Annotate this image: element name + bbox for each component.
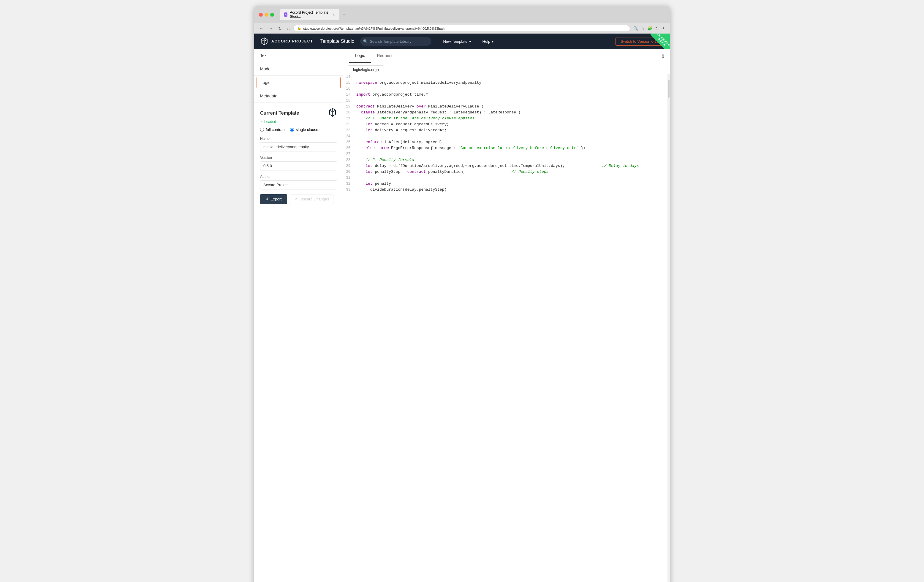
single-clause-option[interactable]: single clause [290,127,318,132]
tab-request[interactable]: Request [371,49,398,63]
line-number: 20 [343,110,355,115]
check-icon: ✓ [260,120,263,124]
app-title: Template Studio [320,39,355,44]
code-line-14: 14 [343,74,670,80]
more-icon[interactable]: ⋮ [661,25,666,31]
line-number: 24 [343,134,355,139]
line-number: 27 [343,151,355,157]
address-bar[interactable]: 🔒 studio.accordproject.org/?template=ap%… [293,25,630,32]
line-content [355,74,670,80]
name-field-group: Name [260,137,337,152]
author-input[interactable] [260,180,337,190]
lock-icon: 🔒 [297,26,301,30]
search-icon: 🔍 [363,39,368,44]
line-content: namespace org.accordproject.minilatedeli… [355,80,670,86]
line-number: 17 [343,92,355,98]
brand-name: ACCORD PROJECT [271,39,313,43]
version-label: Version [260,156,337,160]
export-label: Export [271,197,282,201]
line-content: clause latedeliveryandpenalty(request : … [355,110,670,115]
brand-link[interactable]: ACCORD PROJECT [260,37,313,45]
code-line-16: 16 [343,86,670,92]
line-content [355,151,670,157]
tab-close-icon[interactable]: ✕ [333,13,335,16]
line-content: let delay = diffDurationAs(delivery,agre… [355,163,670,169]
line-number: 23 [343,127,355,134]
code-line-30: 30 let penaltyStep = contract.penaltyDur… [343,169,670,175]
brand-logo-icon [260,37,268,45]
line-content [355,134,670,139]
template-logo-icon [328,108,337,119]
line-number: 28 [343,157,355,163]
code-line-22: 22 let agreed = request.agreedDelivery; [343,122,670,127]
help-dropdown-icon: ▾ [492,39,494,44]
reload-button[interactable]: ↻ [277,25,283,32]
editor-tab-list: Logic Request [349,49,398,63]
code-line-32: 32 let penalty = [343,181,670,187]
sync-icon[interactable]: ↻ [654,25,660,31]
minimize-button[interactable] [264,13,268,16]
action-buttons: ⬇ Export ↺ Discard Changes [260,194,337,204]
version-input[interactable] [260,161,337,170]
file-tab-logic-ergo[interactable]: logic/logic.ergo [348,65,384,74]
discard-label: Discard Changes [300,197,329,201]
close-button[interactable] [259,13,263,16]
line-number: 26 [343,145,355,151]
code-line-23: 23 let delivery = request.deliveredAt; [343,127,670,134]
nav-button-group: New Template ▾ Help ▾ [439,37,498,46]
sidebar-item-logic[interactable]: Logic [257,77,341,88]
sidebar-item-text[interactable]: Text [254,49,343,63]
line-content [355,86,670,92]
nav-actions: 🔍 ☆ 🧩 ↻ ⋮ [632,25,666,31]
scrollbar-thumb[interactable] [668,80,670,98]
line-number: 29 [343,163,355,169]
line-number: 30 [343,169,355,175]
zoom-icon[interactable]: 🔍 [632,25,639,31]
code-editor[interactable]: 14 15 namespace org.accordproject.minila… [343,74,670,193]
url-display: studio.accordproject.org/?template=ap%3A… [303,27,445,30]
current-template-panel: Current Template ✓ Loaded [254,103,343,582]
single-clause-radio[interactable] [290,128,294,132]
scrollbar-track[interactable] [667,74,670,582]
bookmark-icon[interactable]: ☆ [640,25,645,31]
line-content: divideDuration(delay,penaltyStep) [355,187,670,193]
line-content: enforce isAfter(delivery, agreed) [355,139,670,145]
sidebar-item-metadata[interactable]: Metadata [254,89,343,103]
home-button[interactable]: ⌂ [285,25,291,32]
full-contract-radio[interactable] [260,128,264,132]
browser-tab-active[interactable]: A Accord Project Template Studi... ✕ [280,9,339,20]
new-template-button[interactable]: New Template ▾ [439,37,475,46]
tab-logic[interactable]: Logic [349,49,371,63]
line-number: 32 [343,181,355,187]
discard-button[interactable]: ↺ Discard Changes [290,194,334,204]
export-button[interactable]: ⬇ Export [260,194,287,204]
help-button[interactable]: Help ▾ [478,37,498,46]
code-line-28: 28 // 2. Penalty formula [343,157,670,163]
line-content: let penalty = [355,181,670,187]
full-contract-option[interactable]: full contract [260,127,285,132]
maximize-button[interactable] [270,13,274,16]
main-content: Text Model Logic Metadata Current Templa… [254,49,670,582]
editor-area: Logic Request ℹ logic/logic.ergo [343,49,670,582]
file-tab-bar: logic/logic.ergo [343,63,670,74]
extensions-icon[interactable]: 🧩 [647,25,653,31]
info-icon[interactable]: ℹ [662,53,664,59]
sidebar-item-model[interactable]: Model [254,63,343,76]
line-number: 15 [343,80,355,86]
line-number: 31 [343,175,355,181]
name-input[interactable] [260,142,337,152]
back-button[interactable]: ← [258,25,265,32]
new-template-dropdown-icon: ▾ [469,39,471,44]
new-tab-button[interactable]: → [342,12,346,17]
forward-button[interactable]: → [267,25,274,32]
current-template-title: Current Template [260,110,299,116]
search-input[interactable] [360,37,431,46]
app: ACCORD PROJECT Template Studio 🔍 New Tem… [254,33,670,582]
line-number: 21 [343,115,355,122]
name-label: Name [260,137,337,141]
sidebar: Text Model Logic Metadata Current Templa… [254,49,343,582]
single-clause-label: single clause [296,127,318,132]
author-field-group: Author [260,175,337,190]
tab-favicon: A [284,13,287,16]
code-line-31: 31 [343,175,670,181]
